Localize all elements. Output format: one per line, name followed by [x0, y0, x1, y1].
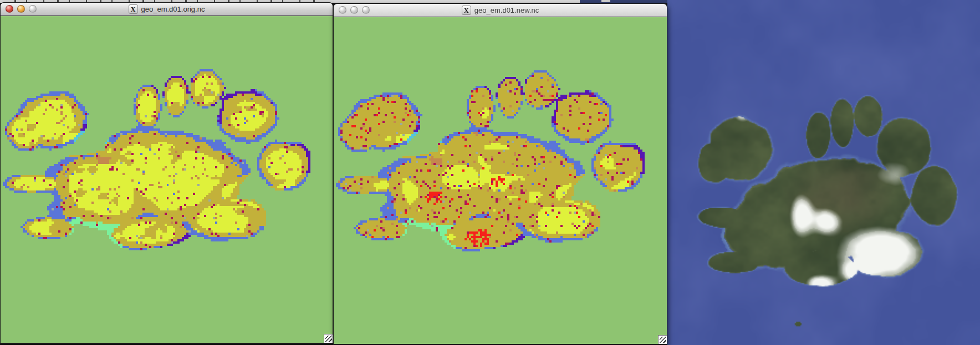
ncview-display-new — [334, 17, 667, 344]
close-button[interactable] — [6, 5, 13, 13]
landuse-map-canvas-new[interactable] — [334, 17, 667, 344]
titlebar-new[interactable]: X geo_em.d01.new.nc — [334, 4, 667, 17]
window-title: geo_em.d01.orig.nc — [141, 5, 205, 13]
window-title: geo_em.d01.new.nc — [474, 6, 539, 14]
traffic-lights — [339, 6, 370, 14]
close-button[interactable] — [339, 6, 346, 14]
satellite-map-panel[interactable] — [667, 0, 980, 345]
resize-handle-icon[interactable] — [658, 335, 667, 344]
traffic-lights — [6, 5, 37, 13]
minimize-button[interactable] — [350, 6, 358, 14]
window-orig: X geo_em.d01.orig.nc — [0, 2, 333, 344]
x11-app-icon: X — [462, 6, 471, 15]
titlebar-orig[interactable]: X geo_em.d01.orig.nc — [1, 3, 333, 16]
zoom-button[interactable] — [362, 6, 370, 14]
x11-app-icon: X — [129, 4, 138, 14]
resize-handle-icon[interactable] — [324, 334, 333, 343]
ncview-display-orig — [1, 16, 333, 343]
satellite-iceland-image[interactable] — [667, 0, 980, 345]
title-group: X geo_em.d01.new.nc — [462, 6, 539, 15]
minimize-button[interactable] — [17, 5, 25, 13]
landuse-map-canvas-orig[interactable] — [1, 16, 333, 343]
background-window-notch — [601, 0, 610, 2]
desktop: X geo_em.d01.orig.nc X geo_em.d01.new.nc — [0, 0, 980, 345]
zoom-button[interactable] — [29, 5, 37, 13]
window-new: X geo_em.d01.new.nc — [333, 3, 667, 345]
title-group: X geo_em.d01.orig.nc — [129, 4, 205, 14]
